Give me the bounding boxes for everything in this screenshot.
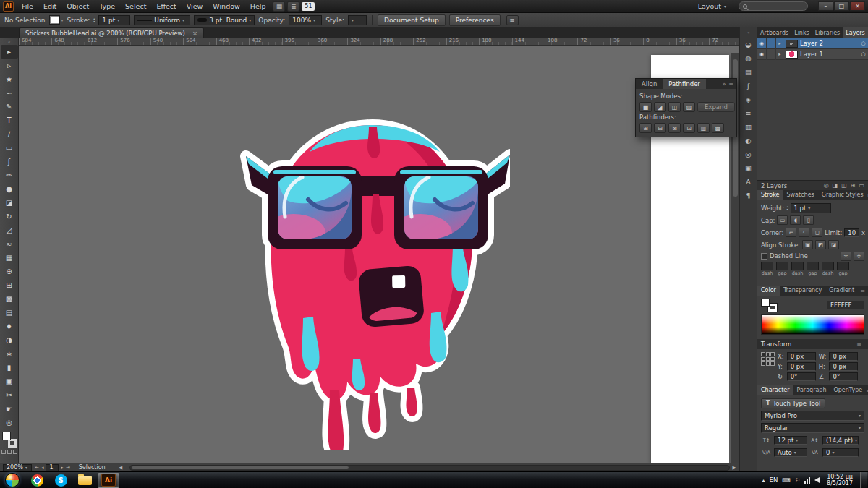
y-input[interactable]: 0 px (787, 362, 816, 371)
appearance-panel-icon[interactable]: ◎ (741, 148, 755, 160)
perspective-grid-tool-icon[interactable]: ⊞ (1, 278, 18, 292)
pathfinder-tab[interactable]: Align (636, 79, 663, 89)
canvas-viewport[interactable] (19, 46, 739, 463)
fill-proxy-swatch[interactable] (2, 432, 11, 440)
expand-panels-icon[interactable]: « (747, 30, 750, 37)
arrange-documents-icon[interactable]: ▦ (273, 1, 285, 12)
dock-panel-tab[interactable]: Links (791, 27, 812, 38)
style-picker[interactable]: ▾ (348, 15, 367, 25)
panel-tab[interactable]: Transparency (780, 286, 825, 296)
mesh-tool-icon[interactable]: ▩ (1, 292, 18, 306)
font-family-select[interactable]: Myriad Pro ▾ (761, 411, 864, 421)
new-sublayer-icon[interactable]: ◫ (841, 182, 847, 189)
h-input[interactable]: 0 px (829, 362, 858, 371)
eyedropper-tool-icon[interactable]: ♦ (1, 320, 18, 333)
language-indicator[interactable]: EN (770, 476, 778, 484)
layer-visibility-toggle[interactable]: ◉ (757, 38, 767, 49)
weight-stepper[interactable]: ▴▾ (786, 205, 788, 211)
document-tab[interactable]: Stickers BubbleHead.ai @ 200% (RGB/GPU P… (19, 27, 204, 38)
graphic-styles-panel-icon[interactable]: ▣ (741, 162, 755, 174)
layer-target-icon[interactable]: ○ (859, 40, 868, 46)
artboard-number-input[interactable]: 1 (46, 464, 59, 471)
menu-item[interactable]: Window (208, 0, 244, 13)
close-button[interactable]: × (850, 1, 865, 11)
panel-tab[interactable]: Paragraph (793, 385, 830, 395)
panel-tab[interactable]: Graphic Styles (818, 190, 867, 200)
blob-brush-tool-icon[interactable]: ● (1, 182, 18, 196)
menu-item[interactable]: View (182, 0, 208, 13)
locate-object-icon[interactable]: ◎ (824, 182, 829, 189)
menu-item[interactable]: Type (94, 0, 120, 13)
paintbrush-tool-icon[interactable]: ʃ (1, 155, 18, 168)
miter-join-icon[interactable]: ⌐ (786, 228, 796, 237)
rotate-tool-icon[interactable]: ↻ (1, 210, 18, 223)
reference-point-locator[interactable] (761, 352, 775, 366)
tools-collapse-icon[interactable]: « (8, 38, 11, 45)
scrollbar-thumb[interactable] (132, 466, 349, 469)
network-icon[interactable] (804, 477, 810, 484)
menu-item[interactable]: Effect (151, 0, 181, 13)
Layer 1[interactable]: ◉ ▸ Layer 1 ○ (757, 49, 868, 60)
app-bar-menu-icon[interactable]: ≣ (287, 1, 299, 12)
panel-menu-icon[interactable]: ≡ (860, 288, 868, 294)
layer-lock-toggle[interactable] (767, 38, 776, 49)
layer-visibility-toggle[interactable]: ◉ (757, 49, 767, 60)
align-stroke-outside-icon[interactable]: ◪ (828, 240, 839, 249)
panel-tab[interactable]: Color (757, 286, 780, 296)
search-input[interactable] (739, 1, 808, 11)
free-transform-tool-icon[interactable]: ▦ (1, 251, 18, 265)
preferences-button[interactable]: Preferences (449, 14, 501, 26)
fill-stroke-proxy[interactable] (2, 432, 17, 448)
action-center-flag-icon[interactable]: ⚐ (795, 477, 800, 484)
scale-tool-icon[interactable]: ◿ (1, 223, 18, 237)
width-tool-icon[interactable]: ≈ (1, 237, 18, 251)
start-button[interactable] (2, 473, 24, 488)
zoom-tool-icon[interactable]: ◎ (1, 416, 18, 429)
shape-builder-tool-icon[interactable]: ⊕ (1, 265, 18, 278)
eraser-tool-icon[interactable]: ◪ (1, 196, 18, 210)
minus-back-icon[interactable]: ▩ (712, 123, 724, 133)
leading-input[interactable]: (14,4 pt)▾ (822, 436, 859, 445)
gradient-panel-icon[interactable]: ▥ (741, 121, 755, 133)
unite-icon[interactable]: ■ (639, 102, 652, 112)
line-segment-tool-icon[interactable]: ∕ (1, 127, 18, 141)
fill-stroke-proxy[interactable] (761, 299, 777, 312)
outline-icon[interactable]: ▥ (697, 123, 710, 133)
menu-item[interactable]: Help (245, 0, 271, 13)
pathfinder-tab[interactable]: Pathfinder (663, 79, 706, 89)
volume-icon[interactable] (814, 477, 820, 483)
layer-target-icon[interactable]: ○ (859, 51, 868, 57)
Layer 2[interactable]: ◉ ▸ Layer 2 ○ (757, 38, 868, 49)
layer-expand-arrow[interactable]: ▸ (776, 38, 783, 49)
shear-input[interactable]: 0° (829, 372, 858, 381)
fill-color-control[interactable]: ▾ (49, 15, 64, 25)
expand-button[interactable]: Expand (697, 102, 735, 112)
brushes-panel-icon[interactable]: ʃ (741, 80, 755, 92)
layer-lock-toggle[interactable] (767, 49, 776, 60)
dash-gap-input[interactable] (837, 262, 849, 270)
first-artboard-icon[interactable]: ⇤ (35, 465, 39, 471)
stroke-weight-input[interactable]: 1 pt ▾ (98, 15, 130, 25)
layer-expand-arrow[interactable]: ▸ (776, 49, 783, 60)
hand-tool-icon[interactable]: ☛ (1, 402, 18, 416)
horizontal-scrollbar[interactable] (129, 465, 730, 471)
restore-button[interactable]: □ (834, 1, 849, 11)
draw-behind-mode-icon[interactable] (7, 450, 12, 454)
new-layer-icon[interactable]: ⊞ (851, 182, 856, 189)
hex-color-input[interactable]: FFFFFF (827, 301, 864, 309)
transparency-panel-icon[interactable]: ◐ (741, 134, 755, 147)
menu-item[interactable]: File (17, 0, 38, 13)
selection-tool-icon[interactable]: ▸ (1, 45, 18, 59)
brush-definition-select[interactable]: 3 pt. Round ▾ (194, 15, 255, 25)
dock-panel-tab[interactable]: Libraries (812, 27, 843, 38)
stroke-label[interactable]: Stroke: (67, 17, 90, 24)
gradient-tool-icon[interactable]: ▤ (1, 306, 18, 320)
draw-normal-mode-icon[interactable] (1, 450, 6, 454)
type-tool-icon[interactable]: T (1, 114, 18, 127)
make-clipping-mask-icon[interactable]: ◨ (833, 182, 838, 189)
artboard-tool-icon[interactable]: ▣ (1, 374, 18, 388)
exclude-icon[interactable]: ▨ (683, 102, 695, 112)
minimize-button[interactable]: – (818, 1, 833, 11)
zoom-level-select[interactable]: 200% ▾ (3, 464, 32, 471)
keyboard-icon[interactable]: ⌨ (782, 477, 791, 484)
